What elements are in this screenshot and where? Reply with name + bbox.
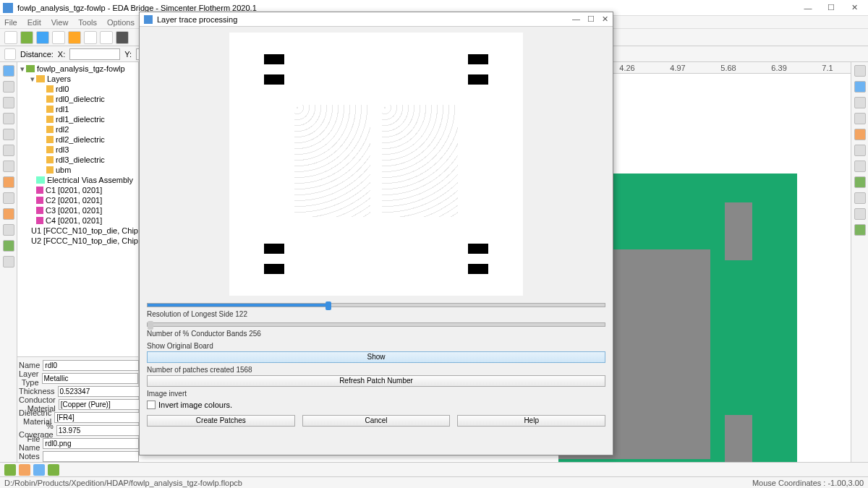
- tree-comp[interactable]: U2 [FCCC_N10_top_die, Chip1]: [31, 236, 138, 245]
- prop-dielectric-input[interactable]: [54, 412, 150, 423]
- prop-coverage-input[interactable]: [56, 425, 153, 436]
- properties-panel: Name Layer Type Thickness Conductor Mate…: [17, 356, 138, 464]
- tree-layer-item[interactable]: rdl1: [56, 105, 69, 114]
- rt-fit-icon[interactable]: [854, 81, 866, 93]
- menu-tools[interactable]: Tools: [78, 18, 97, 27]
- bt-refresh-icon[interactable]: [48, 464, 59, 476]
- tree-layer-item[interactable]: rdl3: [56, 145, 69, 154]
- dialog-close-icon[interactable]: ✕: [602, 14, 608, 24]
- window-controls: — ☐ ✕: [797, 1, 865, 14]
- rt-zoom-icon[interactable]: [854, 65, 866, 77]
- distance-x-input[interactable]: [69, 48, 120, 60]
- show-section-label: Show Original Board: [147, 342, 605, 350]
- menu-edit[interactable]: Edit: [27, 18, 41, 27]
- dialog-maximize-icon[interactable]: ☐: [587, 14, 595, 24]
- menu-view[interactable]: View: [51, 18, 69, 27]
- prop-notes-label: Notes: [19, 452, 43, 461]
- dialog-title: Layer trace processing: [157, 15, 237, 24]
- tree-layer-item[interactable]: rdl0: [56, 85, 69, 93]
- menu-file[interactable]: File: [4, 18, 17, 27]
- tool-print-icon[interactable]: [52, 31, 65, 44]
- distance-y-label: Y:: [124, 50, 132, 59]
- app-icon: [3, 3, 13, 13]
- lt-settings-icon[interactable]: [3, 256, 14, 267]
- lt-trace-icon[interactable]: [3, 208, 14, 220]
- tree-root[interactable]: fowlp_analysis_tgz-fowlp: [37, 64, 125, 73]
- tool-paste-icon[interactable]: [100, 31, 113, 44]
- lt-select-icon[interactable]: [3, 65, 14, 77]
- tool-solve-icon[interactable]: [68, 31, 81, 44]
- lt-via-icon[interactable]: [3, 192, 14, 204]
- layer-preview: [229, 33, 523, 296]
- tree-comp[interactable]: C4 [0201, 0201]: [46, 216, 102, 225]
- lt-add-icon[interactable]: [3, 240, 14, 252]
- bt-board-icon[interactable]: [33, 464, 45, 476]
- resolution-label: Resolution of Longest Side 122: [147, 310, 605, 318]
- rt-color-icon[interactable]: [854, 208, 866, 220]
- lt-grid-icon[interactable]: [3, 145, 14, 156]
- lt-rotate-icon[interactable]: [3, 97, 14, 108]
- minimize-icon[interactable]: —: [797, 1, 819, 14]
- rt-lock-icon[interactable]: [854, 224, 866, 236]
- tool-copy-icon[interactable]: [84, 31, 97, 44]
- lt-pad-icon[interactable]: [3, 224, 14, 236]
- cancel-button[interactable]: Cancel: [302, 415, 451, 427]
- project-tree[interactable]: ▾fowlp_analysis_tgz-fowlp ▾Layers rdl0 r…: [17, 62, 138, 356]
- tool-new-icon[interactable]: [4, 31, 17, 44]
- dialog-titlebar[interactable]: Layer trace processing — ☐ ✕: [140, 12, 613, 27]
- left-toolstrip: [0, 62, 17, 477]
- bands-slider[interactable]: [147, 322, 605, 327]
- tree-layer-item[interactable]: ubm: [56, 166, 71, 174]
- invert-section-label: Image invert: [147, 390, 605, 398]
- prop-filename-input[interactable]: [43, 438, 139, 449]
- rt-snap-icon[interactable]: [854, 129, 866, 140]
- tree-comp[interactable]: C1 [0201, 0201]: [46, 186, 102, 194]
- rt-view-icon[interactable]: [854, 176, 866, 188]
- status-path: D:/Robin/Products/Xpedition/HDAP/fowlp_a…: [4, 479, 242, 487]
- tree-evas[interactable]: Electrical Vias Assembly: [47, 176, 133, 184]
- show-button[interactable]: Show: [147, 351, 605, 363]
- resolution-slider[interactable]: [147, 303, 605, 307]
- tree-comp[interactable]: U1 [FCCC_N10_top_die, Chip1]: [31, 226, 138, 235]
- invert-checkbox[interactable]: [147, 401, 156, 409]
- tree-layer-item[interactable]: rdl1_dielectric: [56, 115, 105, 124]
- bt-cube-icon[interactable]: [19, 464, 30, 476]
- menu-options[interactable]: Options: [107, 18, 135, 27]
- invert-checkbox-label: Invert image colours.: [158, 401, 232, 409]
- prop-layertype-label: Layer Type: [19, 369, 42, 387]
- create-patches-button[interactable]: Create Patches: [147, 415, 295, 427]
- maximize-icon[interactable]: ☐: [820, 1, 842, 14]
- tool-stop-icon[interactable]: [116, 31, 129, 44]
- tree-layer-item[interactable]: rdl2: [56, 125, 69, 134]
- distance-tool-icon[interactable]: [4, 48, 16, 60]
- lt-board-icon[interactable]: [3, 176, 14, 188]
- lt-layer-icon[interactable]: [3, 160, 14, 172]
- tree-layer-item[interactable]: rdl2_dielectric: [56, 135, 105, 144]
- tree-layers[interactable]: Layers: [47, 74, 71, 83]
- rt-text-icon[interactable]: [854, 192, 866, 204]
- lt-delete-icon[interactable]: [3, 113, 14, 124]
- rt-ruler-icon[interactable]: [854, 145, 866, 156]
- tree-layer-item[interactable]: rdl0_dielectric: [56, 95, 105, 103]
- tool-save-icon[interactable]: [36, 31, 49, 44]
- tool-open-icon[interactable]: [20, 31, 33, 44]
- prop-layertype-input[interactable]: [42, 373, 138, 384]
- tree-comp[interactable]: C3 [0201, 0201]: [46, 206, 102, 215]
- dialog-minimize-icon[interactable]: —: [572, 14, 580, 24]
- refresh-patch-button[interactable]: Refresh Patch Number: [147, 375, 605, 387]
- tree-layer-item[interactable]: rdl3_dielectric: [56, 155, 105, 164]
- close-icon[interactable]: ✕: [843, 1, 865, 14]
- titlebar-text: fowlp_analysis_tgz-fowlp - EDA Bridge - …: [17, 4, 257, 12]
- help-button[interactable]: Help: [457, 415, 605, 427]
- rt-layers-icon[interactable]: [854, 160, 866, 172]
- rt-grid-icon[interactable]: [854, 113, 866, 124]
- prop-notes-input[interactable]: [43, 451, 139, 462]
- lt-move-icon[interactable]: [3, 81, 14, 93]
- prop-name-input[interactable]: [43, 360, 139, 371]
- prop-thickness-label: Thickness: [19, 387, 58, 395]
- tree-comp[interactable]: C2 [0201, 0201]: [46, 196, 102, 205]
- rt-pan-icon[interactable]: [854, 97, 866, 108]
- bt-3d-icon[interactable]: [4, 464, 16, 476]
- lt-cube-icon[interactable]: [3, 129, 14, 140]
- prop-filename-label: File Name: [19, 435, 43, 452]
